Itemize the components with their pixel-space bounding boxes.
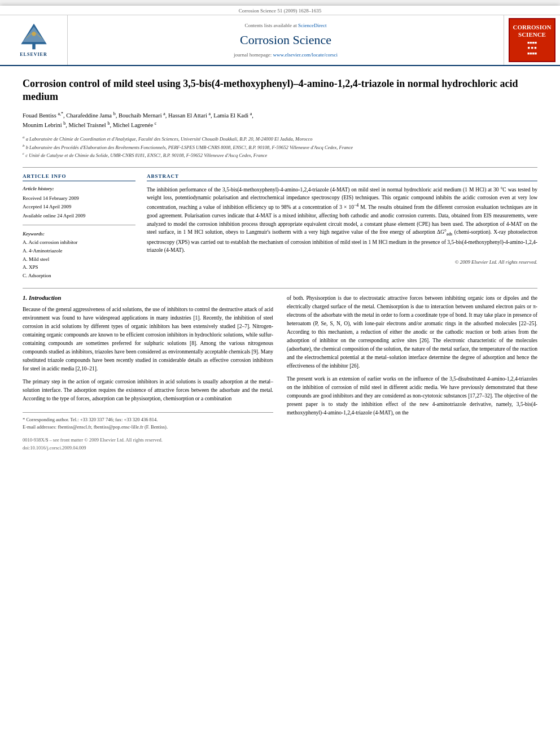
- keyword-4: A. XPS: [23, 264, 135, 271]
- authors-text: Fouad Bentiss a,*, Charafeddine Jama b, …: [23, 112, 253, 119]
- article-history-label: Article history:: [23, 186, 135, 191]
- authors-text-2: Mounim Lebrini b, Michel Traisnel b, Mic…: [23, 122, 156, 128]
- badge-title-line2: SCIENCE: [513, 31, 552, 38]
- footnote-corresponding: * Corresponding author. Tel.: +33 320 33…: [23, 416, 273, 423]
- elsevier-logo-area: ELSEVIER: [0, 15, 68, 65]
- introduction-heading: 1. Introduction: [23, 294, 273, 301]
- citation-text: Corrosion Science 51 (2009) 1628–1635: [239, 8, 321, 14]
- intro-para-3: of both. Physisorption is due to electro…: [287, 294, 537, 370]
- intro-para-4: The present work is an extension of earl…: [287, 375, 537, 417]
- article-info-section-label: ARTICLE INFO: [23, 173, 135, 181]
- abstract-text: The inhibition performance of the 3,5-bi…: [147, 186, 537, 255]
- abstract-col: ABSTRACT The inhibition performance of t…: [147, 173, 537, 281]
- divider-1: [23, 167, 537, 168]
- badge-sub2: ■ ■ ■: [513, 46, 552, 51]
- body-col-right: of both. Physisorption is due to electro…: [287, 294, 537, 452]
- badge-sub1: ■■■■: [513, 41, 552, 46]
- authors: Fouad Bentiss a,*, Charafeddine Jama b, …: [23, 110, 537, 130]
- badge-sub3: ■■■■: [513, 51, 552, 56]
- badge-title-line1: CORROSION: [513, 24, 552, 31]
- journal-citation: Corrosion Science 51 (2009) 1628–1635: [0, 6, 560, 15]
- body-col-left: 1. Introduction Because of the general a…: [23, 294, 273, 452]
- body-content: 1. Introduction Because of the general a…: [23, 294, 537, 452]
- affiliation-b: b b Laboratoire des Procédés d'Elaborati…: [23, 143, 537, 151]
- online-date: Available online 24 April 2009: [23, 212, 135, 220]
- sciencedirect-anchor[interactable]: ScienceDirect: [298, 23, 326, 28]
- divider-body: [23, 288, 537, 289]
- divider-keywords: [23, 225, 135, 225]
- corrosion-badge: CORROSION SCIENCE ■■■■ ■ ■ ■ ■■■■: [509, 18, 556, 62]
- keyword-1: A. Acid corrosion inhibitor: [23, 239, 135, 246]
- section-title: Introduction: [29, 294, 61, 301]
- doi-line: doi:10.1016/j.corsci.2009.04.009: [23, 444, 273, 452]
- article-content: Corrosion control of mild steel using 3,…: [0, 66, 560, 463]
- affiliation-c: c c Unité de Catalyse et de Chimie du So…: [23, 151, 537, 159]
- journal-center: Contents lists available at ScienceDirec…: [68, 15, 504, 65]
- copyright: © 2009 Elsevier Ltd. All rights reserved…: [147, 259, 537, 265]
- issn-line: 0010-938X/$ – see front matter © 2009 El…: [23, 436, 273, 444]
- elsevier-logo: ELSEVIER: [17, 23, 51, 57]
- footnote-section: * Corresponding author. Tel.: +33 320 33…: [23, 412, 273, 431]
- elsevier-tree-icon: [17, 23, 51, 51]
- accepted-date: Accepted 14 April 2009: [23, 203, 135, 211]
- bottom-info: 0010-938X/$ – see front matter © 2009 El…: [23, 436, 273, 452]
- journal-homepage: journal homepage: www.elsevier.com/locat…: [234, 52, 338, 58]
- journal-header: ELSEVIER Contents lists available at Sci…: [0, 15, 560, 66]
- article-info-abstract: ARTICLE INFO Article history: Received 1…: [23, 173, 537, 281]
- intro-para-1: Because of the general aggressiveness of…: [23, 305, 273, 373]
- affiliation-a: a a Laboratoire de Chimie de Coordinatio…: [23, 134, 537, 143]
- keyword-3: A. Mild steel: [23, 256, 135, 263]
- affiliations: a a Laboratoire de Chimie de Coordinatio…: [23, 134, 537, 159]
- sciencedirect-link: Contents lists available at ScienceDirec…: [245, 23, 327, 28]
- homepage-link[interactable]: www.elsevier.com/locate/corsci: [273, 52, 338, 58]
- abstract-section-label: ABSTRACT: [147, 173, 537, 181]
- keyword-2: A. 4-Aminotriazole: [23, 247, 135, 255]
- svg-point-3: [32, 32, 36, 36]
- elsevier-name: ELSEVIER: [20, 52, 47, 57]
- corrosion-science-badge-area: CORROSION SCIENCE ■■■■ ■ ■ ■ ■■■■: [504, 15, 560, 65]
- received-date: Received 14 February 2009: [23, 195, 135, 202]
- footnote-email: E-mail addresses: fbentiss@enscl.fr, fbe…: [23, 423, 273, 431]
- journal-title: Corrosion Science: [240, 33, 331, 47]
- page: Corrosion Science 51 (2009) 1628–1635 EL…: [0, 6, 560, 747]
- intro-para-2: The primary step in the action of organi…: [23, 378, 273, 403]
- article-info-col: ARTICLE INFO Article history: Received 1…: [23, 173, 135, 281]
- section-number: 1.: [23, 294, 29, 301]
- keywords-label: Keywords:: [23, 231, 135, 237]
- article-title: Corrosion control of mild steel using 3,…: [23, 77, 537, 104]
- keyword-5: C. Adsorption: [23, 272, 135, 279]
